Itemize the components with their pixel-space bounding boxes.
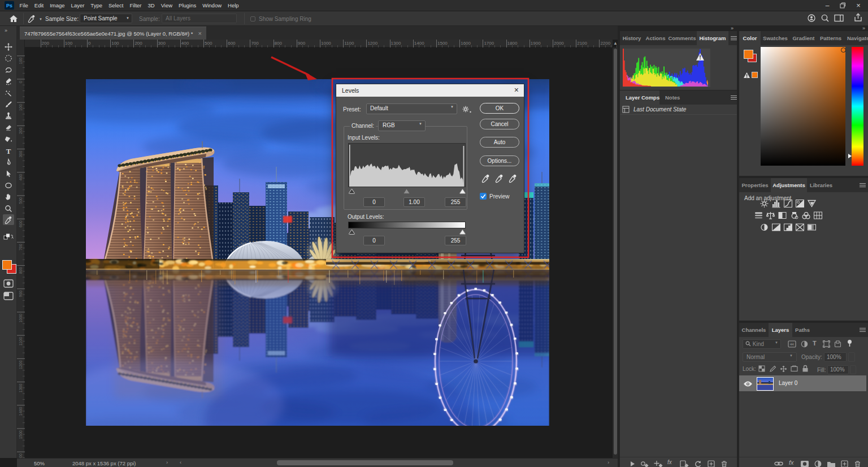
svg-text:100: 100 — [19, 104, 23, 111]
svg-text:200: 200 — [19, 127, 23, 134]
svg-text:700: 700 — [19, 244, 23, 250]
svg-text:500: 500 — [19, 197, 23, 204]
svg-text:1300: 1300 — [19, 383, 23, 392]
svg-text:1400: 1400 — [19, 407, 23, 416]
svg-text:44: 44 — [790, 343, 794, 346]
svg-text:1200: 1200 — [19, 360, 23, 369]
svg-text:800: 800 — [19, 267, 23, 274]
svg-text:600: 600 — [19, 220, 23, 227]
svg-text:1600: 1600 — [19, 453, 23, 458]
svg-text:900: 900 — [19, 291, 23, 297]
svg-text:1500: 1500 — [19, 430, 23, 439]
svg-text:400: 400 — [19, 174, 23, 181]
svg-text:0: 0 — [19, 81, 23, 83]
svg-text:1100: 1100 — [19, 337, 23, 345]
svg-text:300: 300 — [19, 151, 23, 158]
svg-text:T: T — [6, 146, 11, 155]
svg-text:100: 100 — [19, 58, 23, 64]
svg-text:1000: 1000 — [19, 314, 23, 323]
